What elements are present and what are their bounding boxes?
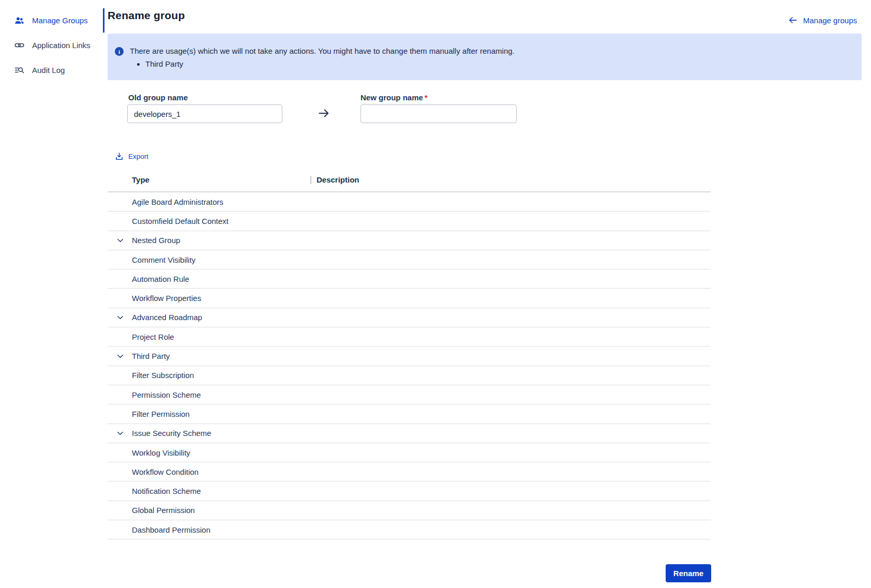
table-row: Customfield Default Context (108, 212, 711, 231)
table-row: Issue Security Scheme (108, 424, 711, 443)
type-cell: Dashboard Permission (132, 525, 211, 534)
type-cell: Third Party (132, 352, 170, 360)
type-cell: Advanced Roadmap (132, 313, 202, 322)
main-content: Rename group Manage groups i There are u… (108, 0, 862, 588)
table-row: Global Permission (108, 501, 711, 520)
back-link[interactable]: Manage groups (788, 15, 857, 25)
chevron-down-icon[interactable] (116, 236, 124, 244)
sidebar-item-application-links[interactable]: Application Links (14, 40, 91, 50)
back-link-label: Manage groups (803, 16, 857, 25)
sidebar-item-manage-groups[interactable]: Manage Groups (14, 16, 88, 25)
arrow-right-icon (317, 107, 331, 120)
type-cell: Filter Permission (132, 410, 190, 418)
usages-table: Type Description Agile Board Administrat… (108, 174, 711, 539)
sidebar-item-label: Audit Log (32, 66, 65, 74)
table-row: Workflow Properties (108, 289, 711, 308)
sidebar: Manage GroupsApplication LinksAudit Log (0, 0, 103, 588)
table-header-row: Type Description (108, 174, 711, 192)
column-header-type: Type (132, 175, 149, 184)
type-cell: Issue Security Scheme (132, 429, 211, 438)
export-button[interactable]: Export (115, 152, 148, 161)
table-row: Nested Group (108, 231, 711, 250)
old-group-name-label: Old group name (128, 93, 188, 102)
required-asterisk: * (425, 93, 428, 102)
rename-group-page: Manage GroupsApplication LinksAudit Log … (0, 0, 871, 588)
type-cell: Comment Visibility (132, 255, 196, 264)
audit-log-icon (14, 65, 24, 75)
info-icon: i (115, 47, 124, 56)
column-header-description: Description (310, 175, 359, 184)
people-icon (14, 16, 24, 25)
sidebar-item-audit-log[interactable]: Audit Log (14, 65, 65, 75)
table-row: Project Role (108, 327, 711, 346)
type-cell: Workflow Properties (132, 294, 201, 303)
rename-button[interactable]: Rename (666, 564, 711, 582)
type-cell: Filter Subscription (132, 371, 194, 380)
column-divider (310, 176, 311, 184)
table-row: Automation Rule (108, 269, 711, 289)
sidebar-item-label: Manage Groups (32, 16, 88, 25)
table-row: Dashboard Permission (108, 520, 711, 539)
table-row: Worklog Visibility (108, 443, 711, 462)
table-row: Filter Permission (108, 404, 711, 424)
link-icon (14, 40, 24, 50)
banner-usage-item: Third Party (145, 59, 515, 68)
type-cell: Automation Rule (132, 275, 189, 283)
old-group-name-input[interactable] (127, 104, 282, 123)
table-row: Permission Scheme (108, 385, 711, 404)
type-cell: Nested Group (132, 236, 180, 245)
banner-message: There are usage(s) which we will not tak… (130, 47, 515, 56)
chevron-down-icon[interactable] (116, 429, 124, 437)
type-cell: Global Permission (132, 506, 195, 515)
chevron-down-icon[interactable] (116, 352, 124, 360)
table-row: Workflow Condition (108, 462, 711, 481)
table-body: Agile Board AdministratorsCustomfield De… (108, 192, 711, 539)
sidebar-item-label: Application Links (32, 41, 91, 50)
table-row: Filter Subscription (108, 366, 711, 385)
banner-usage-list: Third Party (145, 59, 515, 68)
info-banner: i There are usage(s) which we will not t… (108, 34, 862, 80)
type-cell: Notification Scheme (132, 487, 201, 495)
arrow-left-icon (788, 15, 798, 25)
new-group-name-input[interactable] (361, 104, 517, 123)
type-cell: Agile Board Administrators (132, 198, 223, 206)
type-cell: Workflow Condition (132, 468, 199, 476)
table-row: Third Party (108, 346, 711, 366)
type-cell: Customfield Default Context (132, 217, 229, 225)
export-label: Export (128, 153, 148, 160)
type-cell: Worklog Visibility (132, 448, 190, 457)
table-row: Comment Visibility (108, 250, 711, 269)
table-row: Notification Scheme (108, 481, 711, 501)
type-cell: Project Role (132, 333, 174, 341)
table-row: Agile Board Administrators (108, 192, 711, 212)
chevron-down-icon[interactable] (116, 313, 124, 321)
page-title: Rename group (108, 9, 185, 22)
type-cell: Permission Scheme (132, 390, 201, 399)
new-group-name-label: New group name* (361, 93, 428, 102)
header-accent-bar (103, 8, 104, 33)
table-row: Advanced Roadmap (108, 308, 711, 327)
download-icon (115, 152, 124, 161)
